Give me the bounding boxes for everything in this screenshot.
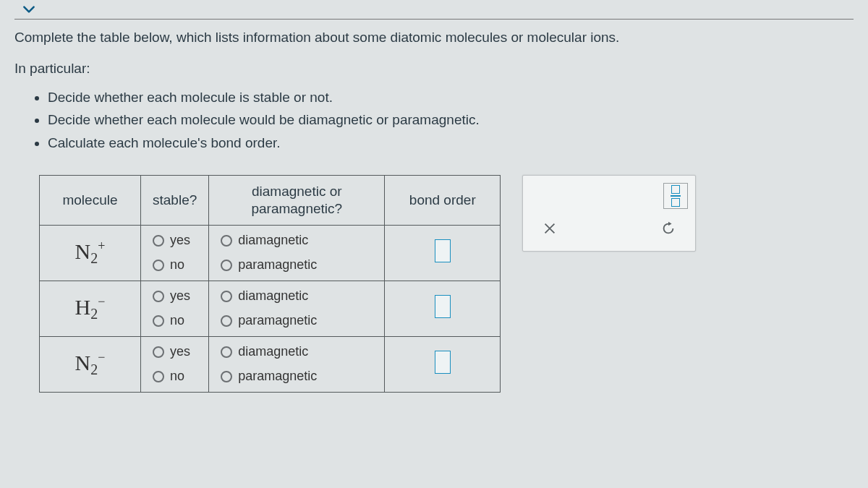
bullet-item: Calculate each molecule's bond order. (48, 132, 854, 153)
diamagnetic-option[interactable]: diamagnetic (221, 284, 373, 309)
radio-icon (153, 315, 164, 327)
table-row: N2+ yes no diamagnetic paramagnetic (40, 225, 501, 281)
bond-order-input[interactable] (435, 239, 451, 262)
question-lead: In particular: (14, 58, 854, 79)
header-stable: stable? (141, 176, 209, 226)
radio-icon (221, 291, 232, 302)
bond-order-input[interactable] (435, 295, 451, 318)
radio-icon (153, 371, 164, 382)
stable-no-option[interactable]: no (153, 364, 197, 389)
table-row: H2− yes no diamagnetic paramagnetic (40, 281, 501, 336)
bullet-item: Decide whether each molecule would be di… (48, 109, 854, 130)
paramagnetic-option[interactable]: paramagnetic (221, 253, 373, 278)
fraction-icon (671, 185, 680, 194)
divider (14, 19, 854, 20)
radio-icon (221, 235, 232, 247)
question-intro: Complete the table below, which lists in… (14, 27, 854, 48)
molecule-formula: H2− (40, 281, 141, 336)
stable-yes-option[interactable]: yes (153, 340, 197, 364)
stable-yes-option[interactable]: yes (153, 284, 197, 309)
header-molecule: molecule (40, 176, 141, 226)
header-bond: bond order (385, 176, 501, 226)
radio-icon (221, 346, 232, 358)
molecule-table: molecule stable? diamagnetic or paramagn… (39, 175, 501, 393)
header-magnetic: diamagnetic or paramagnetic? (209, 176, 385, 226)
radio-icon (153, 291, 164, 302)
table-row: N2− yes no diamagnetic paramagnetic (40, 336, 501, 392)
stable-yes-option[interactable]: yes (153, 228, 197, 253)
paramagnetic-option[interactable]: paramagnetic (221, 309, 373, 333)
tool-palette (522, 175, 696, 252)
diamagnetic-option[interactable]: diamagnetic (221, 340, 373, 364)
x-icon (542, 221, 558, 236)
molecule-formula: N2+ (40, 225, 141, 281)
radio-icon (221, 371, 232, 382)
radio-icon (153, 235, 164, 247)
radio-icon (221, 260, 232, 271)
radio-icon (153, 260, 164, 271)
bond-order-input[interactable] (435, 351, 451, 374)
clear-button[interactable] (539, 218, 561, 239)
reset-button[interactable] (658, 218, 679, 239)
stable-no-option[interactable]: no (153, 309, 197, 333)
molecule-formula: N2− (40, 336, 141, 392)
radio-icon (221, 315, 232, 327)
diamagnetic-option[interactable]: diamagnetic (221, 228, 373, 253)
fraction-button[interactable] (663, 183, 688, 209)
reset-icon (660, 221, 676, 236)
paramagnetic-option[interactable]: paramagnetic (221, 364, 373, 389)
bullet-item: Decide whether each molecule is stable o… (48, 87, 854, 108)
collapse-toggle[interactable] (14, 0, 43, 19)
stable-no-option[interactable]: no (153, 253, 197, 278)
radio-icon (153, 346, 164, 358)
